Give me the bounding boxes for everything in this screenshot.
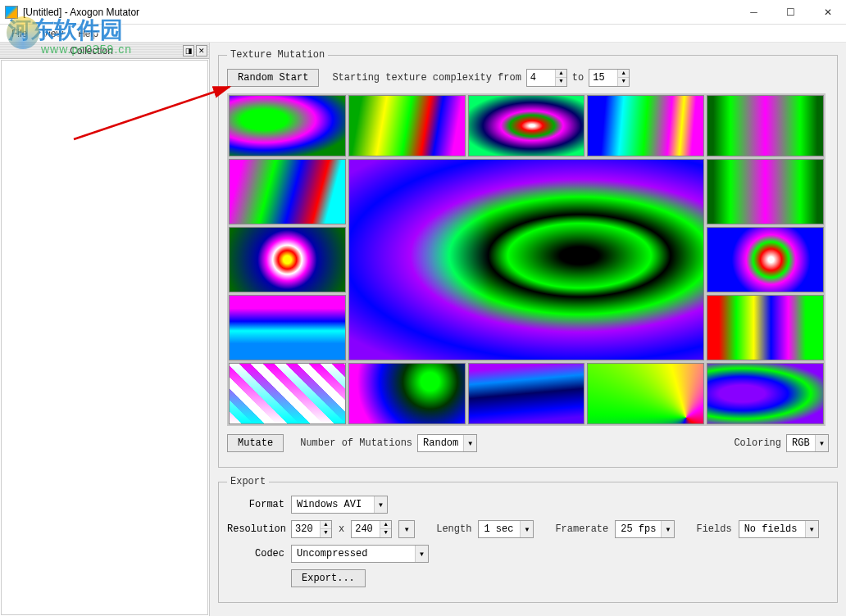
spin-up[interactable]: ▲ (617, 70, 629, 78)
complexity-label: Starting texture complexity from (332, 72, 521, 84)
collection-list[interactable] (1, 60, 208, 615)
res-width-input[interactable] (292, 522, 320, 537)
length-value: 1 sec (479, 522, 520, 537)
dock-close-button[interactable]: ✕ (196, 45, 207, 57)
export-legend: Export (227, 476, 269, 487)
texture-thumb[interactable] (229, 295, 346, 360)
collection-title: Collection (2, 45, 181, 57)
window-title: [Untitled] - Axogon Mutator (23, 7, 735, 18)
texture-thumb[interactable] (707, 227, 824, 292)
menu-help[interactable]: Help (71, 26, 105, 41)
res-width-spinner[interactable]: ▲▼ (291, 520, 332, 538)
texture-grid (227, 93, 826, 426)
spin-down[interactable]: ▼ (617, 78, 629, 86)
coloring-value: RGB (787, 436, 815, 451)
spin-down[interactable]: ▼ (555, 78, 566, 86)
texture-mutation-legend: Texture Mutation (227, 49, 328, 61)
texture-thumb[interactable] (707, 363, 824, 424)
chevron-down-icon[interactable]: ▼ (399, 521, 414, 537)
export-button[interactable]: Export... (291, 569, 366, 587)
complexity-from-spinner[interactable]: ▲▼ (526, 69, 567, 87)
chevron-down-icon[interactable]: ▼ (805, 521, 818, 537)
menubar: File View Help (0, 25, 846, 43)
num-mutations-label: Number of Mutations (300, 437, 412, 449)
to-label: to (572, 72, 584, 84)
menu-view[interactable]: View (35, 26, 70, 41)
chevron-down-icon[interactable]: ▼ (374, 496, 387, 513)
collection-panel: Collection ◨ ✕ (0, 43, 210, 616)
length-combo[interactable]: 1 sec ▼ (478, 520, 534, 538)
framerate-label: Framerate (555, 523, 608, 535)
res-preset-combo[interactable]: ▼ (398, 520, 415, 538)
fields-combo[interactable]: No fields ▼ (739, 520, 819, 538)
fields-label: Fields (696, 523, 731, 535)
res-height-spinner[interactable]: ▲▼ (351, 520, 392, 538)
close-button[interactable]: ✕ (809, 0, 846, 24)
codec-label: Codec (227, 548, 284, 559)
texture-thumb[interactable] (587, 95, 704, 156)
texture-thumb[interactable] (468, 95, 585, 156)
minimize-button[interactable]: ─ (735, 0, 772, 24)
coloring-combo[interactable]: RGB ▼ (786, 434, 829, 452)
coloring-label: Coloring (734, 437, 781, 449)
framerate-value: 25 fps (616, 522, 661, 537)
maximize-button[interactable]: ☐ (772, 0, 809, 24)
app-icon (5, 6, 18, 19)
length-label: Length (436, 523, 471, 535)
texture-thumb[interactable] (348, 95, 466, 156)
texture-thumb[interactable] (348, 363, 466, 424)
texture-thumb[interactable] (229, 95, 346, 156)
chevron-down-icon[interactable]: ▼ (815, 435, 828, 451)
complexity-to-spinner[interactable]: ▲▼ (589, 69, 630, 87)
num-mutations-combo[interactable]: Random ▼ (417, 434, 477, 452)
codec-combo[interactable]: Uncompressed ▼ (291, 545, 429, 563)
complexity-from-input[interactable] (527, 70, 555, 85)
chevron-down-icon[interactable]: ▼ (520, 521, 533, 537)
random-start-button[interactable]: Random Start (227, 69, 319, 87)
codec-value: Uncompressed (292, 546, 415, 561)
texture-thumb[interactable] (229, 159, 346, 224)
format-value: Windows AVI (292, 497, 374, 512)
format-label: Format (227, 499, 284, 510)
chevron-down-icon[interactable]: ▼ (415, 546, 428, 562)
texture-thumb[interactable] (707, 159, 824, 224)
num-mutations-value: Random (418, 436, 463, 451)
chevron-down-icon[interactable]: ▼ (661, 521, 674, 537)
texture-thumb[interactable] (707, 295, 824, 360)
texture-thumb[interactable] (229, 363, 346, 424)
texture-thumb[interactable] (707, 95, 824, 156)
dock-float-button[interactable]: ◨ (183, 45, 194, 57)
complexity-to-input[interactable] (589, 70, 617, 85)
mutate-button[interactable]: Mutate (227, 434, 284, 452)
res-height-input[interactable] (352, 522, 380, 537)
framerate-combo[interactable]: 25 fps ▼ (615, 520, 675, 538)
texture-mutation-group: Texture Mutation Random Start Starting t… (218, 49, 838, 468)
texture-thumb[interactable] (468, 363, 585, 424)
texture-thumb[interactable] (229, 227, 346, 292)
chevron-down-icon[interactable]: ▼ (463, 435, 476, 451)
format-combo[interactable]: Windows AVI ▼ (291, 496, 388, 514)
fields-value: No fields (739, 522, 805, 537)
texture-thumb[interactable] (587, 363, 704, 424)
texture-main[interactable] (348, 159, 704, 360)
res-x: x (339, 523, 344, 535)
export-group: Export Format Windows AVI ▼ Resolution ▲… (218, 476, 838, 603)
titlebar: [Untitled] - Axogon Mutator ─ ☐ ✕ (0, 0, 846, 25)
resolution-label: Resolution (227, 523, 284, 535)
menu-file[interactable]: File (5, 26, 34, 41)
spin-up[interactable]: ▲ (555, 70, 566, 78)
